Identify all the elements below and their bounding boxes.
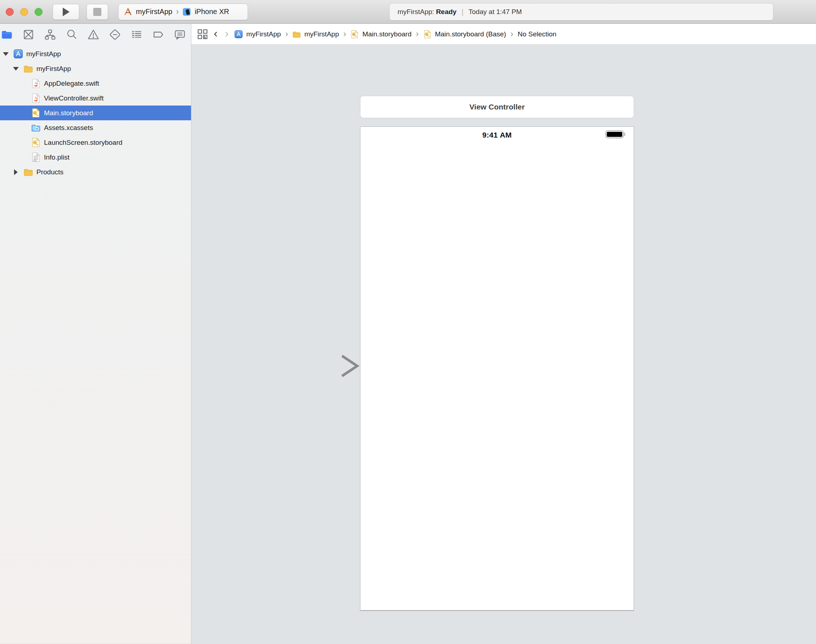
issue-navigator-icon[interactable] (87, 28, 100, 41)
status-state: Ready (436, 8, 456, 15)
breadcrumb-storyboard-base[interactable]: Main.storyboard (Base) (423, 30, 506, 38)
scheme-target-label: myFirstApp (136, 8, 172, 16)
debug-navigator-icon[interactable] (131, 28, 143, 41)
forward-button[interactable]: › (223, 28, 230, 39)
scene-title: View Controller (469, 103, 525, 111)
close-window-button[interactable] (6, 8, 14, 16)
plist-file-icon (31, 152, 41, 162)
minimize-window-button[interactable] (20, 8, 28, 16)
breadcrumb-label: No Selection (518, 30, 556, 38)
project-navigator-tree: myFirstApp myFirstApp AppDelegate.swift … (0, 45, 191, 179)
scheme-selector[interactable]: myFirstApp › iPhone XR (118, 4, 248, 20)
breadcrumb-separator: › (285, 29, 288, 38)
window-controls (0, 8, 43, 16)
zoom-window-button[interactable] (35, 8, 43, 16)
status-app: myFirstApp: (398, 8, 434, 15)
status-time: Today at 1:47 PM (469, 8, 522, 16)
folder-icon (292, 30, 301, 38)
storyboard-canvas[interactable]: View Controller 9:41 AM (191, 44, 816, 644)
folder-icon (23, 64, 33, 74)
storyboard-file-icon (423, 30, 432, 38)
project-navigator-icon[interactable] (1, 28, 13, 41)
storyboard-file-icon (350, 30, 359, 38)
simulated-status-time: 9:41 AM (360, 131, 634, 140)
battery-icon (605, 130, 627, 139)
tree-row-infoplist[interactable]: Info.plist (0, 150, 191, 165)
app-target-icon (124, 8, 132, 16)
back-button[interactable]: ‹ (212, 28, 219, 39)
play-icon (61, 7, 71, 17)
navigator-tab-bar (0, 24, 191, 45)
tree-row-assets[interactable]: Assets.xcassets (0, 120, 191, 135)
project-file-icon (13, 49, 23, 59)
disclosure-triangle[interactable] (12, 67, 20, 71)
tree-row-folder-myfirstapp[interactable]: myFirstApp (0, 61, 191, 76)
tree-row-project-myfirstapp[interactable]: myFirstApp (0, 46, 191, 61)
folder-icon (23, 167, 33, 177)
related-items-icon[interactable] (197, 29, 208, 40)
activity-status: myFirstApp: Ready | Today at 1:47 PM (389, 3, 773, 20)
breakpoint-navigator-icon[interactable] (152, 28, 164, 41)
device-icon (182, 8, 191, 16)
breadcrumb-label: myFirstApp (304, 30, 339, 38)
tree-label: LaunchScreen.storyboard (44, 139, 123, 147)
test-navigator-icon[interactable] (109, 28, 121, 41)
jump-bar: ‹ › myFirstApp › myFirstApp › Main.story… (191, 24, 816, 44)
scene-header[interactable]: View Controller (360, 96, 634, 118)
breadcrumb-label: Main.storyboard (Base) (435, 30, 506, 38)
run-button[interactable] (52, 4, 79, 20)
stop-button[interactable] (86, 4, 108, 20)
editor-area: ‹ › myFirstApp › myFirstApp › Main.story… (191, 24, 816, 644)
scheme-device-label: iPhone XR (195, 8, 229, 16)
breadcrumb-folder[interactable]: myFirstApp (292, 30, 339, 38)
tree-row-launchscreen[interactable]: LaunchScreen.storyboard (0, 135, 191, 150)
report-navigator-icon[interactable] (174, 28, 186, 41)
breadcrumb-no-selection[interactable]: No Selection (518, 30, 556, 38)
swift-file-icon (31, 78, 41, 88)
storyboard-file-icon (31, 138, 41, 147)
tree-label: Main.storyboard (44, 109, 93, 117)
scheme-separator: › (176, 7, 179, 16)
breadcrumb-label: Main.storyboard (362, 30, 411, 38)
status-app-and-state: myFirstApp: Ready (398, 8, 456, 16)
disclosure-triangle[interactable] (12, 169, 20, 175)
tree-label: Assets.xcassets (44, 124, 93, 132)
tree-label: ViewController.swift (44, 94, 103, 102)
source-control-icon[interactable] (22, 28, 35, 41)
view-controller-view[interactable]: 9:41 AM (360, 126, 634, 611)
tree-label: myFirstApp (26, 50, 61, 58)
asset-catalog-icon (31, 123, 41, 133)
tree-row-main-storyboard[interactable]: Main.storyboard (0, 106, 191, 120)
tree-row-viewcontroller[interactable]: ViewController.swift (0, 91, 191, 106)
toolbar: myFirstApp › iPhone XR myFirstApp: Ready… (0, 0, 816, 24)
storyboard-file-icon (31, 108, 41, 118)
tree-row-appdelegate[interactable]: AppDelegate.swift (0, 76, 191, 91)
breadcrumb-separator: › (343, 29, 346, 38)
tree-label: Products (36, 168, 63, 176)
breadcrumb-separator: › (416, 29, 419, 38)
status-divider: | (462, 8, 464, 16)
tree-label: Info.plist (44, 153, 69, 161)
breadcrumb-project[interactable]: myFirstApp (234, 30, 281, 38)
tree-label: myFirstApp (36, 65, 71, 73)
xcode-window: myFirstApp › iPhone XR myFirstApp: Ready… (0, 0, 816, 644)
tree-row-products[interactable]: Products (0, 165, 191, 179)
symbol-navigator-icon[interactable] (44, 28, 56, 41)
tree-label: AppDelegate.swift (44, 80, 99, 87)
swift-file-icon (31, 93, 41, 103)
main-split: myFirstApp myFirstApp AppDelegate.swift … (0, 24, 816, 644)
breadcrumb-storyboard[interactable]: Main.storyboard (350, 30, 411, 38)
storyboard-entry-arrow[interactable] (283, 353, 361, 379)
breadcrumb-separator: › (510, 29, 513, 38)
stop-icon (93, 8, 101, 16)
disclosure-triangle[interactable] (2, 52, 10, 56)
breadcrumb-label: myFirstApp (246, 30, 281, 38)
project-file-icon (234, 30, 243, 38)
find-icon[interactable] (66, 28, 78, 41)
navigator-sidebar: myFirstApp myFirstApp AppDelegate.swift … (0, 24, 191, 644)
